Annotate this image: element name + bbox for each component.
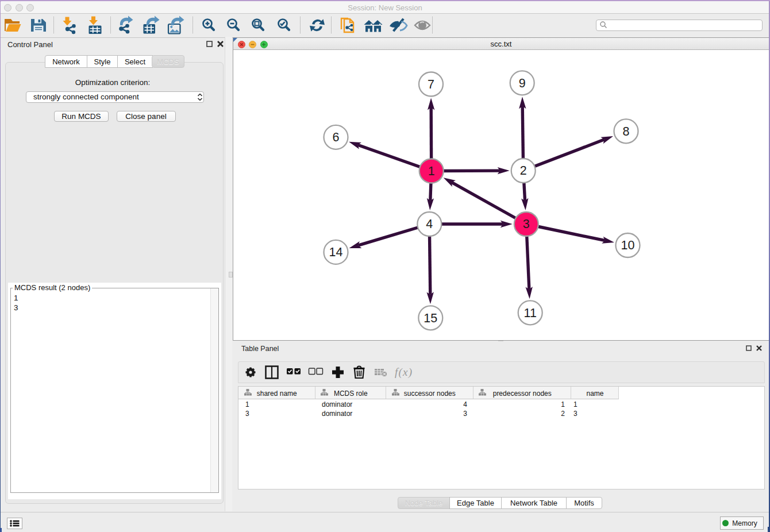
- svg-text:11: 11: [524, 306, 537, 320]
- svg-text:2: 2: [520, 164, 527, 178]
- svg-text:10: 10: [621, 238, 635, 252]
- svg-text:4: 4: [426, 217, 433, 231]
- svg-text:1: 1: [428, 164, 435, 178]
- svg-text:9: 9: [519, 76, 526, 90]
- svg-text:6: 6: [333, 130, 340, 144]
- svg-text:14: 14: [329, 245, 343, 259]
- svg-text:8: 8: [623, 125, 630, 138]
- svg-text:7: 7: [428, 78, 434, 91]
- svg-text:3: 3: [523, 217, 530, 231]
- svg-text:15: 15: [424, 311, 437, 325]
